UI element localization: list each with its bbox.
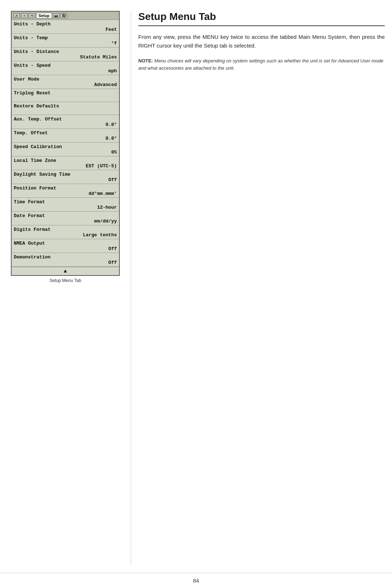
menu-item-time-format[interactable]: Time Format 12-hour xyxy=(12,198,119,212)
menu-item-units-distance[interactable]: Units - Distance Statute Miles xyxy=(12,48,119,61)
note-body: Menu choices will vary depending on syst… xyxy=(138,58,383,71)
menu-value-digits-format: Large tenths xyxy=(14,232,117,238)
menu-label-nmea-output: NMEA Output xyxy=(14,241,117,246)
left-panel: 🔊 ✦ 🐟 Setup 📷 ⏻ Units - Depth Feet Units xyxy=(7,11,123,565)
menu-item-nmea-output[interactable]: NMEA Output Off xyxy=(12,239,119,253)
menu-item-units-speed[interactable]: Units - Speed mph xyxy=(12,61,119,75)
menu-label-units-speed: Units - Speed xyxy=(14,63,117,68)
menu-item-local-time-zone[interactable]: Local Time Zone EST (UTC-5) xyxy=(12,156,119,170)
screen-caption: Setup Menu Tab xyxy=(49,278,81,283)
menu-value-date-format: mm/dd/yy xyxy=(14,219,117,224)
menu-label-units-distance: Units - Distance xyxy=(14,49,117,54)
menu-item-speed-calibration[interactable]: Speed Calibration 0% xyxy=(12,143,119,156)
menu-item-units-depth[interactable]: Units - Depth Feet xyxy=(12,20,119,34)
power-icon: ⏻ xyxy=(61,13,67,18)
menu-value-nmea-output: Off xyxy=(14,246,117,252)
menu-item-user-mode[interactable]: User Mode Advanced xyxy=(12,75,119,89)
menu-label-user-mode: User Mode xyxy=(14,77,117,82)
menu-value-demonstration: Off xyxy=(14,260,117,265)
menu-label-local-time-zone: Local Time Zone xyxy=(14,158,117,163)
menu-label-time-format: Time Format xyxy=(14,199,117,205)
menu-label-digits-format: Digits Format xyxy=(14,227,117,232)
menu-label-date-format: Date Format xyxy=(14,213,117,219)
note-prefix: NOTE: xyxy=(138,58,153,64)
menu-label-restore-defaults: Restore Defaults xyxy=(14,103,117,109)
menu-item-digits-format[interactable]: Digits Format Large tenths xyxy=(12,225,119,239)
menu-item-temp-offset[interactable]: Temp. Offset 0.0° xyxy=(12,129,119,143)
menu-label-daylight-saving: Daylight Saving Time xyxy=(14,172,117,177)
menu-item-triplog-reset[interactable]: Triplog Reset xyxy=(12,89,119,102)
speaker-icon: 🔊 xyxy=(13,13,20,18)
menu-value-daylight-saving: Off xyxy=(14,177,117,183)
right-panel: Setup Menu Tab From any view, press the … xyxy=(131,11,385,565)
menu-value-aux-temp-offset: 0.0° xyxy=(14,122,117,127)
menu-label-demonstration: Demonstration xyxy=(14,254,117,260)
menu-label-units-temp: Units - Temp xyxy=(14,35,117,41)
menu-item-restore-defaults[interactable]: Restore Defaults xyxy=(12,102,119,115)
menu-label-triplog-reset: Triplog Reset xyxy=(14,90,117,96)
page-title: Setup Menu Tab xyxy=(138,11,385,26)
menu-label-position-format: Position Format xyxy=(14,185,117,191)
menu-value-units-distance: Statute Miles xyxy=(14,54,117,60)
menu-item-units-temp[interactable]: Units - Temp °f xyxy=(12,34,119,48)
menu-value-temp-offset: 0.0° xyxy=(14,136,117,141)
menu-value-time-format: 12-hour xyxy=(14,205,117,210)
menu-list: Units - Depth Feet Units - Temp °f Units… xyxy=(12,20,119,267)
scroll-up-indicator: ▲ xyxy=(12,267,119,275)
menu-value-local-time-zone: EST (UTC-5) xyxy=(14,163,117,169)
menu-label-speed-calibration: Speed Calibration xyxy=(14,144,117,150)
menu-value-speed-calibration: 0% xyxy=(14,150,117,155)
menu-item-position-format[interactable]: Position Format dd°mm.mmm' xyxy=(12,184,119,198)
setup-tab[interactable]: Setup xyxy=(36,13,52,19)
menu-value-user-mode: Advanced xyxy=(14,82,117,87)
menu-label-temp-offset: Temp. Offset xyxy=(14,130,117,136)
camera-icon: 📷 xyxy=(53,13,60,18)
fish-icon: 🐟 xyxy=(29,13,35,18)
device-screen: 🔊 ✦ 🐟 Setup 📷 ⏻ Units - Depth Feet Units xyxy=(11,11,120,276)
menu-item-daylight-saving[interactable]: Daylight Saving Time Off xyxy=(12,170,119,184)
menu-value-units-speed: mph xyxy=(14,68,117,74)
menu-label-units-depth: Units - Depth xyxy=(14,21,117,27)
menu-item-date-format[interactable]: Date Format mm/dd/yy xyxy=(12,212,119,225)
menu-value-units-depth: Feet xyxy=(14,27,117,32)
menu-value-position-format: dd°mm.mmm' xyxy=(14,191,117,196)
menu-item-demonstration[interactable]: Demonstration Off xyxy=(12,253,119,267)
menu-item-aux-temp-offset[interactable]: Aux. Temp. Offset 0.0° xyxy=(12,115,119,129)
setup-label: Setup xyxy=(38,13,50,18)
page-number: 84 xyxy=(193,577,199,584)
main-description: From any view, press the MENU key twice … xyxy=(138,33,385,50)
note-text: NOTE: Menu choices will vary depending o… xyxy=(138,57,385,72)
gear-icon: ✦ xyxy=(21,13,28,18)
menu-label-aux-temp-offset: Aux. Temp. Offset xyxy=(14,117,117,122)
page-footer: 84 xyxy=(0,573,392,588)
menu-value-units-temp: °f xyxy=(14,41,117,46)
device-toolbar: 🔊 ✦ 🐟 Setup 📷 ⏻ xyxy=(12,12,119,20)
